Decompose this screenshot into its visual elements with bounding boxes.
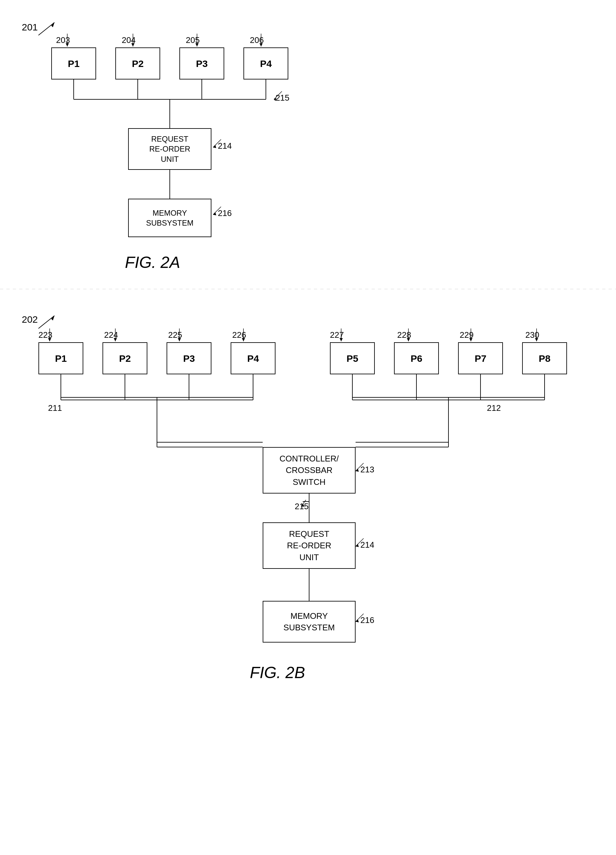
svg-marker-38 — [213, 212, 216, 215]
svg-marker-49 — [242, 338, 245, 341]
fig2a-request-reorder: REQUEST RE-ORDER UNIT — [128, 128, 211, 170]
svg-marker-82 — [356, 619, 359, 622]
fig2a-p3: P3 — [179, 48, 224, 80]
fig2b-p7-arrow — [466, 327, 476, 343]
fig2b-mem-arrow — [354, 612, 367, 625]
svg-marker-45 — [114, 338, 117, 341]
fig2a-rru-arrow — [211, 138, 224, 151]
diagram-container: 201 P1 203 P2 204 P3 205 P4 206 215 REQU… — [0, 0, 616, 855]
fig2a-bus-arrow — [271, 90, 283, 103]
divider — [0, 288, 616, 290]
fig2a-p1-arrow — [63, 32, 72, 48]
fig2b-rru-arrow — [354, 537, 367, 550]
fig2a-p2-arrow — [128, 32, 138, 48]
fig2b-p2: P2 — [102, 342, 147, 374]
fig2a-p4-arrow — [256, 32, 266, 48]
fig2b-p8: P8 — [522, 342, 567, 374]
fig2b-p5-arrow — [336, 327, 346, 343]
svg-marker-26 — [66, 43, 69, 46]
fig2a-caption: FIG. 2A — [125, 253, 180, 272]
fig2b-p5: P5 — [330, 342, 375, 374]
svg-line-40 — [38, 316, 55, 328]
fig2b-bus-right-ref: 212 — [487, 403, 501, 413]
fig2a-memory: MEMORY SUBSYSTEM — [128, 199, 211, 237]
fig2b-p6-arrow — [404, 327, 413, 343]
svg-marker-53 — [407, 338, 410, 341]
fig2b-p8-arrow — [532, 327, 541, 343]
svg-line-23 — [38, 23, 55, 35]
fig2b-p1-arrow — [45, 327, 55, 343]
svg-marker-32 — [260, 43, 263, 46]
svg-marker-47 — [178, 338, 181, 341]
fig2b-memory: MEMORY SUBSYSTEM — [263, 601, 356, 642]
fig2a-mem-arrow — [211, 205, 224, 218]
fig2b-conn-arrow — [300, 498, 309, 508]
fig2a-p3-arrow — [192, 32, 202, 48]
fig2b-p7: P7 — [458, 342, 503, 374]
svg-marker-76 — [356, 469, 359, 472]
svg-marker-36 — [213, 145, 216, 148]
fig2b-controller-arrow — [354, 461, 367, 474]
fig2b-bus-left-ref: 211 — [48, 403, 62, 413]
svg-marker-30 — [196, 43, 199, 46]
svg-marker-55 — [469, 338, 472, 341]
svg-line-33 — [274, 91, 282, 100]
fig2b-caption: FIG. 2B — [250, 663, 305, 682]
fig2b-p3-arrow — [174, 327, 184, 343]
svg-marker-57 — [535, 338, 538, 341]
svg-marker-28 — [131, 43, 135, 46]
svg-marker-51 — [339, 338, 343, 341]
fig2b-p4-arrow — [238, 327, 248, 343]
fig2a-p2: P2 — [115, 48, 160, 80]
svg-marker-43 — [48, 338, 51, 341]
fig2b-p6: P6 — [394, 342, 439, 374]
fig2b-request-reorder: REQUEST RE-ORDER UNIT — [263, 522, 356, 569]
fig2b-controller: CONTROLLER/ CROSSBAR SWITCH — [263, 447, 356, 493]
fig2b-lines — [0, 0, 616, 855]
fig2a-p4: P4 — [243, 48, 288, 80]
fig2a-p1: P1 — [51, 48, 96, 80]
diagram-lines — [0, 0, 616, 855]
fig2b-p4: P4 — [231, 342, 275, 374]
fig2b-p2-arrow — [110, 327, 120, 343]
fig2b-p3: P3 — [167, 342, 211, 374]
fig2b-p1: P1 — [38, 342, 83, 374]
svg-marker-80 — [356, 544, 359, 547]
